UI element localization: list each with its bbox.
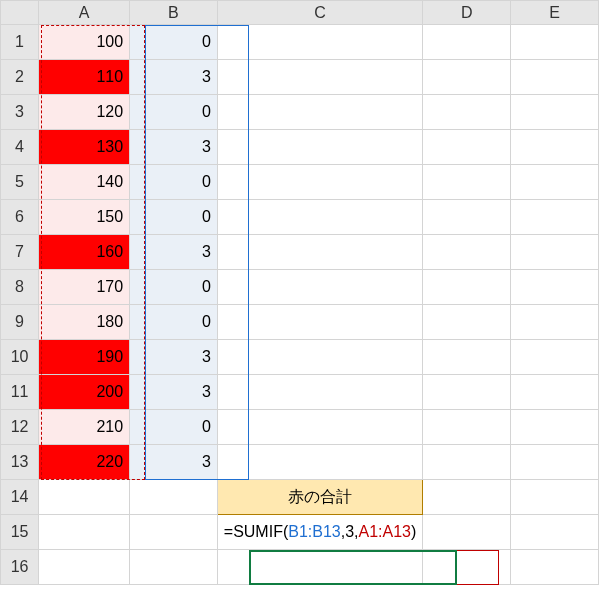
- cell-C5[interactable]: [217, 165, 423, 200]
- cell-C12[interactable]: [217, 410, 423, 445]
- cell-D3[interactable]: [423, 95, 511, 130]
- cell-D9[interactable]: [423, 305, 511, 340]
- cell-A13[interactable]: 220: [39, 445, 130, 480]
- row-header-10[interactable]: 10: [1, 340, 39, 375]
- cell-B13[interactable]: 3: [130, 445, 218, 480]
- cell-B4[interactable]: 3: [130, 130, 218, 165]
- cell-A8[interactable]: 170: [39, 270, 130, 305]
- row-header-2[interactable]: 2: [1, 60, 39, 95]
- cell-B6[interactable]: 0: [130, 200, 218, 235]
- cell-C6[interactable]: [217, 200, 423, 235]
- cell-B7[interactable]: 3: [130, 235, 218, 270]
- row-header-3[interactable]: 3: [1, 95, 39, 130]
- row-header-1[interactable]: 1: [1, 25, 39, 60]
- cell-C11[interactable]: [217, 375, 423, 410]
- row-header-9[interactable]: 9: [1, 305, 39, 340]
- cell-D8[interactable]: [423, 270, 511, 305]
- cell-A10[interactable]: 190: [39, 340, 130, 375]
- cell-D5[interactable]: [423, 165, 511, 200]
- row-header-5[interactable]: 5: [1, 165, 39, 200]
- cell-B1[interactable]: 0: [130, 25, 218, 60]
- cell-B8[interactable]: 0: [130, 270, 218, 305]
- cell-C1[interactable]: [217, 25, 423, 60]
- cell-A16[interactable]: [39, 550, 130, 585]
- cell-B2[interactable]: 3: [130, 60, 218, 95]
- cell-C3[interactable]: [217, 95, 423, 130]
- row-header-7[interactable]: 7: [1, 235, 39, 270]
- cell-D11[interactable]: [423, 375, 511, 410]
- row-header-14[interactable]: 14: [1, 480, 39, 515]
- cell-D15[interactable]: [423, 515, 511, 550]
- cell-A9[interactable]: 180: [39, 305, 130, 340]
- col-header-A[interactable]: A: [39, 1, 130, 25]
- cell-B10[interactable]: 3: [130, 340, 218, 375]
- cell-A4[interactable]: 130: [39, 130, 130, 165]
- cell-E2[interactable]: [511, 60, 599, 95]
- cell-A12[interactable]: 210: [39, 410, 130, 445]
- cell-D4[interactable]: [423, 130, 511, 165]
- cell-B9[interactable]: 0: [130, 305, 218, 340]
- cell-A14[interactable]: [39, 480, 130, 515]
- row-header-11[interactable]: 11: [1, 375, 39, 410]
- cell-E7[interactable]: [511, 235, 599, 270]
- cell-A2[interactable]: 110: [39, 60, 130, 95]
- cell-E6[interactable]: [511, 200, 599, 235]
- cell-D7[interactable]: [423, 235, 511, 270]
- cell-B14[interactable]: [130, 480, 218, 515]
- cell-B3[interactable]: 0: [130, 95, 218, 130]
- cell-C13[interactable]: [217, 445, 423, 480]
- row-header-6[interactable]: 6: [1, 200, 39, 235]
- cell-E1[interactable]: [511, 25, 599, 60]
- cell-C14[interactable]: 赤の合計: [217, 480, 423, 515]
- col-header-B[interactable]: B: [130, 1, 218, 25]
- cell-D2[interactable]: [423, 60, 511, 95]
- cell-D6[interactable]: [423, 200, 511, 235]
- cell-E15[interactable]: [511, 515, 599, 550]
- cell-D12[interactable]: [423, 410, 511, 445]
- cell-B11[interactable]: 3: [130, 375, 218, 410]
- cell-E9[interactable]: [511, 305, 599, 340]
- row-header-4[interactable]: 4: [1, 130, 39, 165]
- cell-B15[interactable]: [130, 515, 218, 550]
- cell-A15[interactable]: [39, 515, 130, 550]
- cell-C8[interactable]: [217, 270, 423, 305]
- cell-E14[interactable]: [511, 480, 599, 515]
- spreadsheet-grid[interactable]: A B C D E 110002110331200413035140061500…: [0, 0, 599, 585]
- cell-C15[interactable]: =SUMIF(B1:B13,3,A1:A13): [217, 515, 423, 550]
- cell-E13[interactable]: [511, 445, 599, 480]
- cell-E5[interactable]: [511, 165, 599, 200]
- row-header-8[interactable]: 8: [1, 270, 39, 305]
- cell-B12[interactable]: 0: [130, 410, 218, 445]
- cell-A3[interactable]: 120: [39, 95, 130, 130]
- col-header-C[interactable]: C: [217, 1, 423, 25]
- row-header-15[interactable]: 15: [1, 515, 39, 550]
- cell-E16[interactable]: [511, 550, 599, 585]
- cell-A6[interactable]: 150: [39, 200, 130, 235]
- cell-B5[interactable]: 0: [130, 165, 218, 200]
- cell-A11[interactable]: 200: [39, 375, 130, 410]
- cell-A1[interactable]: 100: [39, 25, 130, 60]
- row-header-13[interactable]: 13: [1, 445, 39, 480]
- cell-D13[interactable]: [423, 445, 511, 480]
- cell-C9[interactable]: [217, 305, 423, 340]
- cell-C16[interactable]: [217, 550, 423, 585]
- cell-C4[interactable]: [217, 130, 423, 165]
- cell-A7[interactable]: 160: [39, 235, 130, 270]
- cell-A5[interactable]: 140: [39, 165, 130, 200]
- cell-E10[interactable]: [511, 340, 599, 375]
- cell-E11[interactable]: [511, 375, 599, 410]
- cell-E4[interactable]: [511, 130, 599, 165]
- cell-C2[interactable]: [217, 60, 423, 95]
- cell-C10[interactable]: [217, 340, 423, 375]
- cell-E8[interactable]: [511, 270, 599, 305]
- cell-D16[interactable]: [423, 550, 511, 585]
- select-all-corner[interactable]: [1, 1, 39, 25]
- cell-E12[interactable]: [511, 410, 599, 445]
- cell-B16[interactable]: [130, 550, 218, 585]
- cell-E3[interactable]: [511, 95, 599, 130]
- cell-D14[interactable]: [423, 480, 511, 515]
- row-header-16[interactable]: 16: [1, 550, 39, 585]
- cell-C7[interactable]: [217, 235, 423, 270]
- cell-D10[interactable]: [423, 340, 511, 375]
- col-header-D[interactable]: D: [423, 1, 511, 25]
